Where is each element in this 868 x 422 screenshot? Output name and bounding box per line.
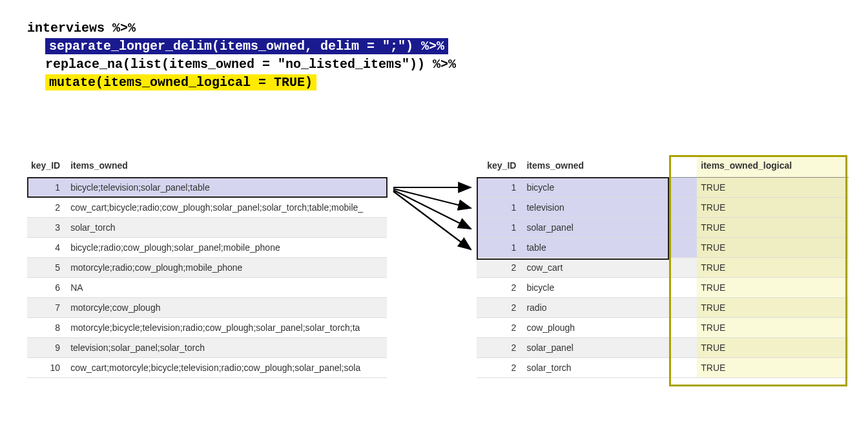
left-table: key_ID items_owned 1bicycle;television;s…	[27, 156, 387, 378]
table-row: 4bicycle;radio;cow_plough;solar_panel;mo…	[27, 238, 387, 258]
table-row: 2solar_torchTRUE	[477, 358, 849, 378]
cell-logical: TRUE	[697, 238, 849, 258]
code-line-1: interviews %>%	[27, 19, 456, 37]
table-row: 8motorcyle;bicycle;television;radio;cow_…	[27, 318, 387, 338]
right-header-items: items_owned	[522, 156, 697, 178]
cell-logical: TRUE	[697, 338, 849, 358]
code-block: interviews %>% separate_longer_delim(ite…	[27, 19, 456, 92]
cell-items: motorcyle;bicycle;television;radio;cow_p…	[67, 318, 386, 338]
right-table-container: key_ID items_owned items_owned_logical 1…	[477, 156, 849, 378]
cell-id: 9	[27, 338, 67, 358]
cell-logical: TRUE	[697, 218, 849, 238]
cell-id: 1	[27, 178, 67, 198]
cell-logical: TRUE	[697, 278, 849, 298]
cell-items: bicycle	[522, 178, 697, 198]
cell-items: solar_torch	[67, 218, 386, 238]
cell-items: cow_cart;bicycle;radio;cow_plough;solar_…	[67, 198, 386, 218]
cell-id: 1	[477, 218, 523, 238]
cell-id: 6	[27, 278, 67, 298]
arrows-svg	[387, 156, 477, 286]
right-header-logical: items_owned_logical	[697, 156, 849, 178]
cell-items: radio	[522, 298, 697, 318]
left-table-container: key_ID items_owned 1bicycle;television;s…	[27, 156, 387, 378]
code-line-4: mutate(items_owned_logical = TRUE)	[27, 74, 456, 92]
cell-items: NA	[67, 278, 386, 298]
cell-items: bicycle;television;solar_panel;table	[67, 178, 386, 198]
cell-items: motorcyle;radio;cow_plough;mobile_phone	[67, 258, 386, 278]
code-line-2: separate_longer_delim(items_owned, delim…	[27, 37, 456, 56]
right-table: key_ID items_owned items_owned_logical 1…	[477, 156, 849, 378]
cell-items: solar_panel	[522, 338, 697, 358]
table-row: 1tableTRUE	[477, 238, 849, 258]
table-row: 1bicycle;television;solar_panel;table	[27, 178, 387, 198]
cell-id: 2	[477, 358, 523, 378]
cell-logical: TRUE	[697, 258, 849, 278]
table-row: 2cow_cart;bicycle;radio;cow_plough;solar…	[27, 198, 387, 218]
cell-id: 2	[477, 298, 523, 318]
cell-id: 1	[477, 198, 523, 218]
left-header-id: key_ID	[27, 156, 67, 178]
table-row: 2radioTRUE	[477, 298, 849, 318]
table-row: 10cow_cart;motorcyle;bicycle;television;…	[27, 358, 387, 378]
cell-id: 1	[477, 178, 523, 198]
cell-logical: TRUE	[697, 358, 849, 378]
cell-id: 8	[27, 318, 67, 338]
table-row: 1televisionTRUE	[477, 198, 849, 218]
cell-items: table	[522, 238, 697, 258]
table-row: 7motorcyle;cow_plough	[27, 298, 387, 318]
cell-id: 2	[477, 258, 523, 278]
left-header-items: items_owned	[67, 156, 386, 178]
right-header-id: key_ID	[477, 156, 523, 178]
table-row: 1bicycleTRUE	[477, 178, 849, 198]
svg-line-3	[393, 190, 471, 229]
table-row: 1solar_panelTRUE	[477, 218, 849, 238]
cell-items: cow_plough	[522, 318, 697, 338]
cell-items: television	[522, 198, 697, 218]
cell-id: 1	[477, 238, 523, 258]
cell-logical: TRUE	[697, 318, 849, 338]
cell-id: 4	[27, 238, 67, 258]
svg-line-4	[393, 191, 471, 249]
table-row: 5motorcyle;radio;cow_plough;mobile_phone	[27, 258, 387, 278]
cell-items: television;solar_panel;solar_torch	[67, 338, 386, 358]
cell-items: solar_torch	[522, 358, 697, 378]
table-row: 6NA	[27, 278, 387, 298]
cell-logical: TRUE	[697, 298, 849, 318]
table-row: 3solar_torch	[27, 218, 387, 238]
cell-id: 7	[27, 298, 67, 318]
table-row: 9television;solar_panel;solar_torch	[27, 338, 387, 358]
tables-container: key_ID items_owned 1bicycle;television;s…	[27, 156, 849, 378]
table-row: 2cow_ploughTRUE	[477, 318, 849, 338]
cell-id: 3	[27, 218, 67, 238]
cell-id: 10	[27, 358, 67, 378]
code-line-3: replace_na(list(items_owned = "no_listed…	[27, 56, 456, 74]
cell-logical: TRUE	[697, 178, 849, 198]
table-row: 2solar_panelTRUE	[477, 338, 849, 358]
cell-id: 5	[27, 258, 67, 278]
cell-id: 2	[477, 278, 523, 298]
cell-items: solar_panel	[522, 218, 697, 238]
table-row: 2cow_cartTRUE	[477, 258, 849, 278]
table-row: 2bicycleTRUE	[477, 278, 849, 298]
svg-line-2	[393, 189, 471, 208]
cell-items: bicycle;radio;cow_plough;solar_panel;mob…	[67, 238, 386, 258]
cell-items: motorcyle;cow_plough	[67, 298, 386, 318]
cell-id: 2	[477, 318, 523, 338]
cell-id: 2	[27, 198, 67, 218]
cell-logical: TRUE	[697, 198, 849, 218]
cell-items: bicycle	[522, 278, 697, 298]
cell-items: cow_cart	[522, 258, 697, 278]
cell-items: cow_cart;motorcyle;bicycle;television;ra…	[67, 358, 386, 378]
cell-id: 2	[477, 338, 523, 358]
